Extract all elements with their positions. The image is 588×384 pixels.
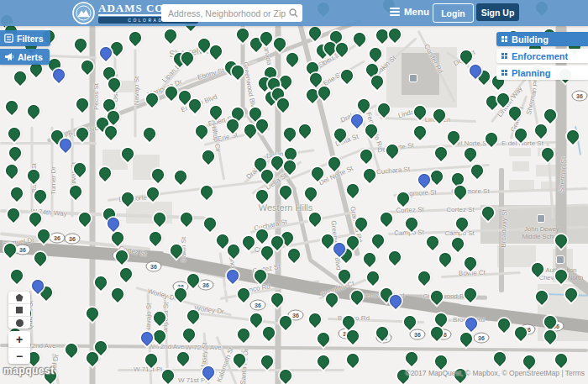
search-icon[interactable] <box>289 8 298 18</box>
map-pin-green[interactable] <box>315 353 332 370</box>
draw-rectangle-button[interactable] <box>8 304 30 317</box>
map-pin-green[interactable] <box>284 50 301 67</box>
map-pin-green[interactable] <box>424 234 441 250</box>
map-pin-green[interactable] <box>491 350 508 366</box>
highway-shield-36: 36 <box>15 245 31 255</box>
map-pin-green[interactable] <box>7 145 24 161</box>
alerts-button[interactable]: Alerts <box>0 49 50 65</box>
filters-button[interactable]: Filters <box>0 30 50 46</box>
app-window: Lipan DrMariposa DrNavajo StOsage StQuiv… <box>0 0 588 384</box>
terms-link[interactable]: Terms <box>565 369 585 377</box>
map-pin-green[interactable] <box>344 181 361 198</box>
tab-building[interactable]: Building <box>496 32 588 46</box>
map-pin-green[interactable] <box>172 168 189 185</box>
attribution-text: ©2017 MapQuest, © Mapbox, © OpenStreetMa… <box>405 369 563 377</box>
map-pin-green[interactable] <box>386 26 403 43</box>
map-pin-green[interactable] <box>25 103 42 119</box>
map-pin-green[interactable] <box>8 185 25 202</box>
map-pin-green[interactable] <box>5 206 22 223</box>
draw-circle-button[interactable] <box>8 317 30 329</box>
street-label: W 71st Pl <box>178 376 207 384</box>
map-pin-green[interactable] <box>109 286 126 302</box>
map-pin-green[interactable] <box>428 168 445 185</box>
map-pin-green[interactable] <box>365 269 381 286</box>
map-pin-green[interactable] <box>269 291 286 308</box>
map-pin-green[interactable] <box>118 266 134 282</box>
street-label: W 72nd Ave <box>149 343 185 350</box>
map-pin-green[interactable] <box>259 353 276 370</box>
map-pin-green[interactable] <box>3 98 20 115</box>
map-pin-green[interactable] <box>416 269 433 286</box>
map-pin-green[interactable] <box>248 311 265 328</box>
map-pin-green[interactable] <box>127 29 144 46</box>
map-pin-green[interactable] <box>234 26 251 43</box>
map-pin-green[interactable] <box>339 67 355 84</box>
map-attribution: ©2017 MapQuest, © Mapbox, © OpenStreetMa… <box>405 369 585 377</box>
map-pin-green[interactable] <box>433 353 449 370</box>
zoom-control: + − <box>8 331 30 364</box>
menu-button[interactable]: Menu <box>390 7 429 17</box>
map-pin-green[interactable] <box>361 250 378 267</box>
map-pin-green[interactable] <box>386 249 403 266</box>
map-pin-green[interactable] <box>370 232 386 249</box>
building-footprint <box>509 148 531 156</box>
poi-icon <box>409 74 417 82</box>
highway-shield-36: 36 <box>250 300 266 311</box>
map-pin-green[interactable] <box>147 229 164 246</box>
map-pin-green[interactable] <box>553 351 570 368</box>
square-icon <box>16 307 23 313</box>
map-pin-green[interactable] <box>235 326 252 343</box>
map-pin-green[interactable] <box>344 351 361 368</box>
tab-enforcement[interactable]: Enforcement <box>496 49 588 63</box>
map-pin-green[interactable] <box>178 210 195 227</box>
map-pin-blue[interactable] <box>416 171 433 188</box>
map-pin-green[interactable] <box>315 330 332 347</box>
map-pin-green[interactable] <box>281 125 298 142</box>
filters-label: Filters <box>17 34 44 44</box>
map-pin-green[interactable] <box>402 313 418 330</box>
signup-button[interactable]: Sign Up <box>476 3 519 21</box>
map-pin-green[interactable] <box>462 145 479 162</box>
map-pin-green[interactable] <box>8 267 25 284</box>
map-pin-green[interactable] <box>521 353 538 370</box>
map-pin-green[interactable] <box>462 286 479 302</box>
map-pin-green[interactable] <box>181 326 197 343</box>
login-button[interactable]: Login <box>433 3 474 23</box>
map-pin-green[interactable] <box>297 122 313 139</box>
map-pin-green[interactable] <box>302 185 319 202</box>
map-pin-green[interactable] <box>162 27 179 44</box>
map-pin-green[interactable] <box>367 45 384 62</box>
draw-polygon-button[interactable] <box>8 292 30 304</box>
zoom-out-button[interactable]: − <box>8 348 30 364</box>
search-input[interactable] <box>161 4 302 22</box>
pentagon-icon <box>16 294 24 302</box>
map-pin-green[interactable] <box>403 350 420 366</box>
map-pin-green[interactable] <box>533 122 549 139</box>
map-pin-green[interactable] <box>458 330 475 347</box>
map-pin-green[interactable] <box>72 36 89 53</box>
map-pin-green[interactable] <box>175 350 192 366</box>
map-pin-green[interactable] <box>84 305 101 322</box>
map-pin-green[interactable] <box>286 246 302 263</box>
tab-planning[interactable]: Planning <box>496 66 588 80</box>
map-pin-green[interactable] <box>3 162 20 179</box>
menu-label: Menu <box>404 7 429 17</box>
map-pin-green[interactable] <box>449 235 466 252</box>
map-pin-green[interactable] <box>307 210 323 227</box>
street-label: Sherman Pl <box>525 80 540 116</box>
map-pin-green[interactable] <box>307 311 323 328</box>
map-pin-green[interactable] <box>412 124 428 140</box>
map-pin-green[interactable] <box>141 125 158 142</box>
grid-icon <box>501 53 507 59</box>
map-pin-green[interactable] <box>74 96 91 113</box>
map-pin-green[interactable] <box>437 250 454 267</box>
street-label: Turner Dr <box>50 166 57 195</box>
map-pin-green[interactable] <box>449 171 466 187</box>
map-pin-green[interactable] <box>452 183 469 200</box>
zoom-in-button[interactable]: + <box>8 331 30 348</box>
highway-shield-36: 36 <box>198 280 214 291</box>
map-pin-green[interactable] <box>25 167 42 184</box>
street-label: Navajo St <box>144 303 153 333</box>
map-pin-green[interactable] <box>6 125 23 142</box>
map-pin-green[interactable] <box>12 69 29 86</box>
